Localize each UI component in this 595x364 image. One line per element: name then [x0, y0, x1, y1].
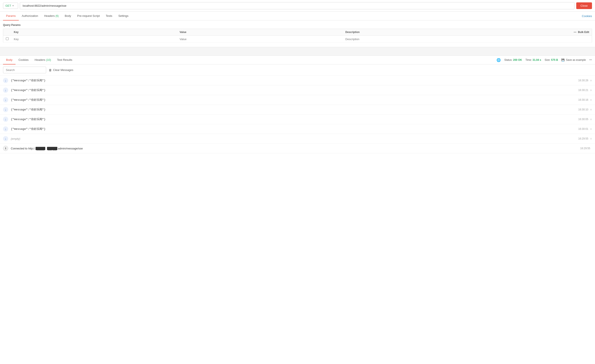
chevron-right-icon: ∨: [590, 108, 592, 111]
save-as-example-button[interactable]: 💾 Save as example: [561, 58, 586, 61]
headers-badge: (6): [55, 14, 59, 17]
status-value: 200 OK: [513, 58, 522, 61]
download-icon: ↓: [3, 107, 8, 112]
download-icon: ↓: [3, 117, 8, 122]
tab-pre-request-script[interactable]: Pre-request Script: [74, 12, 103, 21]
tab-response-body[interactable]: Body: [3, 56, 15, 64]
messages-list: ↓ {"message":"你好乐闻"} 16:30:26 ∨ ↓ {"mess…: [0, 76, 595, 153]
message-row[interactable]: ℹ Connected to http:/.████ ██ ██admin/me…: [0, 144, 595, 153]
status-meta: Status: 200 OK: [504, 58, 522, 61]
tab-tests[interactable]: Tests: [103, 12, 115, 21]
query-params-title: Query Params: [3, 23, 592, 27]
key-cell[interactable]: [11, 36, 177, 43]
search-input[interactable]: [3, 67, 46, 73]
tab-response-headers[interactable]: Headers (10): [32, 56, 54, 64]
method-label: GET: [5, 4, 11, 7]
message-content: {"message":"你好乐闻"}: [11, 127, 578, 131]
search-bar: 🗑 Clear Messages: [0, 64, 595, 76]
query-params-section: Query Params Key Value Description ••• B…: [0, 21, 595, 43]
message-time: 16:30:10: [578, 108, 588, 111]
row-checkbox[interactable]: [6, 37, 9, 40]
tab-body[interactable]: Body: [62, 12, 74, 21]
message-content: Connected to http:/.████ ██ ██admin/mess…: [11, 147, 580, 150]
request-tabs: Params Authorization Headers (6) Body Pr…: [0, 12, 595, 21]
chevron-right-icon: ∨: [590, 89, 592, 92]
message-time: 16:30:26: [578, 79, 588, 82]
message-row[interactable]: ↓ (empty) 16:29:55 ∨: [0, 134, 595, 144]
download-icon: ↓: [3, 126, 8, 132]
tab-response-cookies[interactable]: Cookies: [15, 56, 32, 64]
tab-settings[interactable]: Settings: [115, 12, 132, 21]
description-header: Description: [343, 29, 509, 36]
close-button[interactable]: Close: [576, 2, 592, 9]
message-content: (empty): [11, 137, 578, 140]
value-header: Value: [177, 29, 343, 36]
value-input[interactable]: [180, 37, 340, 41]
message-time: 16:30:16: [578, 98, 588, 101]
message-row[interactable]: ↓ {"message":"你好乐闻"} 16:30:01 ∨: [0, 124, 595, 134]
clear-messages-button[interactable]: 🗑 Clear Messages: [49, 68, 73, 72]
time-value: 31.04 s: [532, 58, 541, 61]
cookies-link[interactable]: Cookies: [582, 14, 592, 18]
section-divider: [0, 47, 595, 56]
more-options-icon[interactable]: •••: [589, 58, 592, 61]
key-header: Key: [11, 29, 177, 36]
chevron-right-icon: ∨: [590, 98, 592, 101]
chevron-right-icon: ∨: [590, 137, 592, 140]
message-content: {"message":"你好乐闻"}: [11, 98, 578, 102]
message-row[interactable]: ↓ {"message":"你好乐闻"} 16:30:21 ∨: [0, 86, 595, 95]
message-time: 16:30:05: [578, 118, 588, 121]
download-icon: ↓: [3, 78, 8, 83]
save-icon: 💾: [561, 58, 565, 61]
message-row[interactable]: ↓ {"message":"你好乐闻"} 16:30:16 ∨: [0, 95, 595, 105]
url-input[interactable]: [20, 2, 574, 9]
time-meta: Time: 31.04 s: [525, 58, 541, 61]
message-row[interactable]: ↓ {"message":"你好乐闻"} 16:30:05 ∨: [0, 114, 595, 124]
download-icon: ↓: [3, 87, 8, 93]
chevron-right-icon: ∨: [590, 118, 592, 121]
download-icon: ↓: [3, 97, 8, 102]
trash-icon: 🗑: [49, 68, 52, 72]
chevron-right-icon: ∨: [590, 128, 592, 130]
info-icon: ℹ: [3, 146, 8, 151]
tab-test-results[interactable]: Test Results: [54, 56, 75, 64]
method-selector[interactable]: GET ▼: [3, 3, 18, 9]
bulk-edit-cell: [509, 36, 592, 43]
url-bar: GET ▼ Close: [0, 0, 595, 12]
value-cell[interactable]: [177, 36, 343, 43]
message-content: {"message":"你好乐闻"}: [11, 107, 578, 112]
tab-params[interactable]: Params: [3, 12, 19, 21]
size-meta: Size: 575 B: [545, 58, 558, 61]
size-value: 575 B: [551, 58, 558, 61]
checkbox-header: [3, 29, 11, 36]
message-time: 16:29:55: [578, 137, 588, 140]
response-tabs: Body Cookies Headers (10) Test Results 🌐…: [0, 56, 595, 64]
message-content: {"message":"你好乐闻"}: [11, 79, 578, 82]
key-input[interactable]: [14, 37, 174, 41]
bulk-edit-header: ••• Bulk Edit: [509, 29, 592, 36]
message-time: 16:29:55: [580, 147, 590, 150]
tab-authorization[interactable]: Authorization: [19, 12, 41, 21]
download-icon: ↓: [3, 136, 8, 141]
message-content: {"message":"你好乐闻"}: [11, 117, 578, 121]
description-input[interactable]: [345, 37, 506, 41]
message-row[interactable]: ↓ {"message":"你好乐闻"} 16:30:26 ∨: [0, 76, 595, 86]
message-time: 16:30:01: [578, 128, 588, 130]
message-content: {"message":"你好乐闻"}: [11, 88, 578, 92]
globe-icon: 🌐: [496, 58, 501, 62]
description-cell[interactable]: [343, 36, 509, 43]
message-row[interactable]: ↓ {"message":"你好乐闻"} 16:30:10 ∨: [0, 105, 595, 114]
message-time: 16:30:21: [578, 89, 588, 92]
params-table: Key Value Description ••• Bulk Edit: [3, 29, 592, 43]
params-row: [3, 36, 592, 43]
tab-headers[interactable]: Headers (6): [41, 12, 62, 21]
chevron-right-icon: ∨: [590, 79, 592, 82]
row-checkbox-cell: [3, 36, 11, 43]
chevron-down-icon: ▼: [12, 5, 14, 7]
dots-icon: •••: [574, 31, 576, 34]
response-meta: 🌐 Status: 200 OK Time: 31.04 s Size: 575…: [496, 58, 592, 62]
response-headers-badge: (10): [46, 58, 51, 61]
